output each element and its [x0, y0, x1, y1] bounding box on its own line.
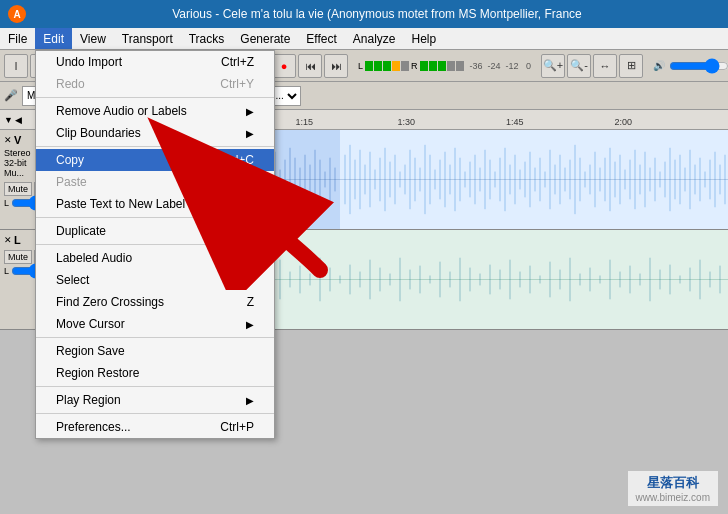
ruler-mark-115: 1:15 — [296, 117, 314, 127]
fit-project-btn[interactable]: ↔ — [593, 54, 617, 78]
menu-tracks[interactable]: Tracks — [181, 28, 233, 49]
level-meter-l — [365, 61, 409, 71]
menu-duplicate[interactable]: Duplicate — [36, 220, 274, 242]
level-seg — [374, 61, 382, 71]
separator-5 — [36, 337, 274, 338]
zoom-in-btn[interactable]: 🔍+ — [541, 54, 565, 78]
vol-speed: 🔊 ⏩ — [653, 60, 728, 72]
menu-edit[interactable]: Edit — [35, 28, 72, 49]
ruler-mark-145: 1:45 — [506, 117, 524, 127]
title-bar: A Various - Cele m'a tolu la vie (Anonym… — [0, 0, 728, 28]
ruler-mark-130: 1:30 — [398, 117, 416, 127]
menu-analyze[interactable]: Analyze — [345, 28, 404, 49]
watermark-url: www.bimeiz.com — [636, 492, 710, 503]
menu-paste[interactable]: Paste Ctrl+V — [36, 171, 274, 193]
level-seg — [447, 61, 455, 71]
menu-generate[interactable]: Generate — [232, 28, 298, 49]
menu-view[interactable]: View — [72, 28, 114, 49]
level-seg — [392, 61, 400, 71]
menu-file[interactable]: File — [0, 28, 35, 49]
menu-region-restore[interactable]: Region Restore — [36, 362, 274, 384]
ruler-mark-200: 2:00 — [615, 117, 633, 127]
menu-redo[interactable]: Redo Ctrl+Y — [36, 73, 274, 95]
menu-move-cursor[interactable]: Move Cursor ▶ — [36, 313, 274, 335]
watermark: 星落百科 www.bimeiz.com — [628, 471, 718, 506]
menu-bar: File Edit View Transport Tracks Generate… — [0, 28, 728, 50]
menu-find-zero[interactable]: Find Zero Crossings Z — [36, 291, 274, 313]
db-scale: -36 -24 -12 0 — [470, 61, 532, 71]
zoom-out-btn[interactable]: 🔍- — [567, 54, 591, 78]
menu-select[interactable]: Select — [36, 269, 274, 291]
level-seg — [429, 61, 437, 71]
level-seg — [456, 61, 464, 71]
volume-slider[interactable] — [669, 60, 728, 72]
skip-end-btn[interactable]: ⏭ — [324, 54, 348, 78]
watermark-title: 星落百科 — [636, 474, 710, 492]
menu-clip-boundaries[interactable]: Clip Boundaries ▶ — [36, 122, 274, 144]
level-meter-area: L R -36 -24 -12 0 — [358, 61, 531, 71]
separator-6 — [36, 386, 274, 387]
select-tool-btn[interactable]: I — [4, 54, 28, 78]
skip-start-btn[interactable]: ⏮ — [298, 54, 322, 78]
track-2-name: L — [14, 234, 21, 246]
fit-selection-btn[interactable]: ⊞ — [619, 54, 643, 78]
level-label-r: R — [411, 61, 418, 71]
app-icon: A — [8, 5, 26, 23]
separator-3 — [36, 217, 274, 218]
level-seg — [383, 61, 391, 71]
gain-label-2: L — [4, 266, 9, 276]
menu-labeled-audio[interactable]: Labeled Audio — [36, 247, 274, 269]
zoom-controls: 🔍+ 🔍- ↔ ⊞ — [541, 54, 643, 78]
menu-undo-import[interactable]: Undo Import Ctrl+Z — [36, 51, 274, 73]
menu-region-save[interactable]: Region Save — [36, 340, 274, 362]
menu-effect[interactable]: Effect — [298, 28, 344, 49]
record-btn[interactable]: ● — [272, 54, 296, 78]
window-title: Various - Cele m'a tolu la vie (Anonymou… — [34, 7, 720, 21]
level-seg — [401, 61, 409, 71]
separator-7 — [36, 413, 274, 414]
menu-copy[interactable]: Copy Ctrl+C — [36, 149, 274, 171]
menu-preferences[interactable]: Preferences... Ctrl+P — [36, 416, 274, 438]
menu-transport[interactable]: Transport — [114, 28, 181, 49]
level-seg — [365, 61, 373, 71]
mute-btn-2[interactable]: Mute — [4, 250, 32, 264]
track-2-close[interactable]: ✕ — [4, 235, 12, 245]
menu-help[interactable]: Help — [404, 28, 445, 49]
level-label-l: L — [358, 61, 363, 71]
level-seg — [420, 61, 428, 71]
gain-label-1: L — [4, 198, 9, 208]
menu-play-region[interactable]: Play Region ▶ — [36, 389, 274, 411]
edit-dropdown: Undo Import Ctrl+Z Redo Ctrl+Y Remove Au… — [35, 50, 275, 439]
mute-btn-1[interactable]: Mute — [4, 182, 32, 196]
level-meter-r — [420, 61, 464, 71]
vol-icon: 🔊 — [653, 60, 665, 71]
separator-1 — [36, 97, 274, 98]
level-seg — [438, 61, 446, 71]
menu-paste-text[interactable]: Paste Text to New Label — [36, 193, 274, 215]
mic-icon: 🎤 — [4, 89, 18, 102]
separator-2 — [36, 146, 274, 147]
separator-4 — [36, 244, 274, 245]
track-1-close[interactable]: ✕ — [4, 135, 12, 145]
menu-remove-audio[interactable]: Remove Audio or Labels ▶ — [36, 100, 274, 122]
track-1-name: V — [14, 134, 21, 146]
timeline-label: ▼ ◀ — [4, 115, 22, 125]
